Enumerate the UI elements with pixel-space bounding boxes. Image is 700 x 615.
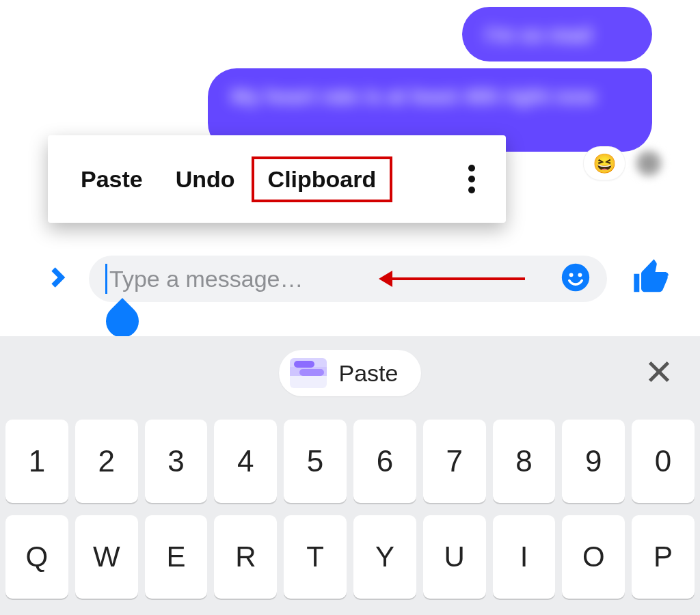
message-input-placeholder: Type a message… — [109, 266, 303, 292]
chat-area: I'm so mad My heart rate is at least 400… — [0, 0, 700, 336]
avatar — [635, 150, 662, 177]
key-0[interactable]: 0 — [632, 420, 695, 503]
context-menu-undo[interactable]: Undo — [159, 156, 252, 202]
key-t[interactable]: T — [284, 515, 347, 599]
keyboard-row-letters: Q W E R T Y U I O P — [5, 515, 695, 599]
keyboard-row-numbers: 1 2 3 4 5 6 7 8 9 0 — [5, 420, 695, 503]
more-vertical-icon[interactable] — [454, 165, 489, 193]
thumbs-up-icon[interactable] — [630, 256, 674, 302]
clipboard-preview-icon — [290, 358, 327, 388]
key-w[interactable]: W — [75, 515, 138, 599]
key-3[interactable]: 3 — [145, 420, 208, 503]
message-input[interactable]: Type a message… — [89, 256, 607, 302]
context-menu-paste[interactable]: Paste — [64, 156, 159, 202]
svg-point-0 — [562, 264, 589, 291]
key-u[interactable]: U — [423, 515, 486, 599]
key-5[interactable]: 5 — [284, 420, 347, 503]
key-1[interactable]: 1 — [5, 420, 68, 503]
key-i[interactable]: I — [493, 515, 556, 599]
key-4[interactable]: 4 — [214, 420, 277, 503]
key-q[interactable]: Q — [5, 515, 68, 599]
message-input-row: Type a message… — [0, 250, 700, 308]
key-y[interactable]: Y — [353, 515, 416, 599]
chevron-right-icon[interactable] — [45, 265, 70, 292]
reaction-emoji[interactable]: 😆 — [583, 146, 625, 180]
text-context-menu: Paste Undo Clipboard — [48, 135, 506, 223]
annotation-arrow — [381, 271, 525, 287]
sent-message-bubble[interactable]: I'm so mad — [462, 7, 652, 62]
message-text-blurred: My heart rate is at least 400 right now — [208, 68, 652, 124]
key-p[interactable]: P — [632, 515, 695, 599]
svg-point-1 — [569, 273, 574, 277]
key-e[interactable]: E — [145, 515, 208, 599]
key-8[interactable]: 8 — [493, 420, 556, 503]
paste-chip-label: Paste — [339, 360, 399, 387]
svg-point-2 — [578, 273, 582, 277]
paste-suggestion-chip[interactable]: Paste — [279, 350, 422, 396]
context-menu-clipboard[interactable]: Clipboard — [252, 156, 393, 202]
close-icon[interactable] — [645, 358, 673, 388]
key-2[interactable]: 2 — [75, 420, 138, 503]
on-screen-keyboard: 1 2 3 4 5 6 7 8 9 0 Q W E R T Y U I O P — [0, 410, 700, 615]
key-o[interactable]: O — [562, 515, 625, 599]
message-reaction[interactable]: 😆 — [583, 146, 662, 180]
key-9[interactable]: 9 — [562, 420, 625, 503]
text-caret — [105, 264, 107, 294]
message-text-blurred: I'm so mad — [462, 7, 652, 63]
keyboard-suggestion-strip: Paste — [0, 336, 700, 410]
key-7[interactable]: 7 — [423, 420, 486, 503]
key-6[interactable]: 6 — [353, 420, 416, 503]
key-r[interactable]: R — [214, 515, 277, 599]
smiley-icon[interactable] — [561, 262, 591, 295]
